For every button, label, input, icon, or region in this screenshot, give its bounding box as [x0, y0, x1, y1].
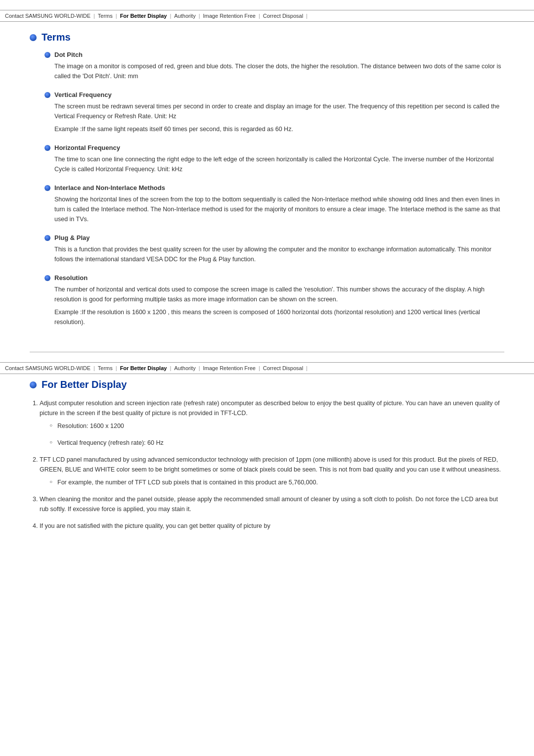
dot-pitch-title: Dot Pitch: [54, 51, 83, 58]
top-nav-bar: Contact SAMSUNG WORLD-WIDE | Terms | For…: [0, 10, 534, 22]
nav2-authority[interactable]: Authority: [174, 365, 195, 371]
term-dot-pitch: Dot Pitch The image on a monitor is comp…: [30, 51, 504, 81]
sep2-6: |: [306, 365, 308, 371]
list-item: Adjust computer resolution and screen in…: [40, 398, 504, 448]
terms-section: Terms Dot Pitch The image on a monitor i…: [0, 22, 534, 342]
nav-contact[interactable]: Contact SAMSUNG WORLD-WIDE: [5, 13, 90, 19]
sep4: |: [199, 13, 200, 19]
nav-retention[interactable]: Image Retention Free: [203, 13, 256, 19]
nav-better[interactable]: For Better Display: [120, 13, 167, 19]
resolution-content: The number of horizontal and vertical do…: [44, 284, 504, 327]
horizontal-freq-title: Horizontal Frequency: [54, 144, 120, 151]
nav-disposal[interactable]: Correct Disposal: [263, 13, 303, 19]
interlace-content: Showing the horizontal lines of the scre…: [44, 194, 504, 224]
sep3: |: [170, 13, 171, 19]
item2-text: TFT LCD panel manufactured by using adva…: [40, 456, 501, 473]
vertical-freq-title: Vertical Frequency: [54, 91, 112, 98]
horizontal-freq-title-row: Horizontal Frequency: [44, 144, 504, 151]
for-better-list: Adjust computer resolution and screen in…: [30, 398, 504, 531]
horizontal-freq-content: The time to scan one line connecting the…: [44, 154, 504, 174]
interlace-title: Interlace and Non-Interlace Methods: [54, 184, 165, 191]
vertical-freq-icon: [44, 92, 50, 98]
for-better-dot-icon: [30, 381, 37, 388]
terms-dot-icon: [30, 34, 37, 41]
term-interlace: Interlace and Non-Interlace Methods Show…: [30, 184, 504, 224]
for-better-title-row: For Better Display: [30, 379, 504, 390]
item3-text: When cleaning the monitor and the panel …: [40, 496, 498, 513]
sep5: |: [259, 13, 260, 19]
sep1: |: [93, 13, 95, 19]
sep2-5: |: [259, 365, 260, 371]
term-vertical-freq: Vertical Frequency The screen must be re…: [30, 91, 504, 134]
term-horizontal-freq: Horizontal Frequency The time to scan on…: [30, 144, 504, 174]
vertical-freq-content: The screen must be redrawn several times…: [44, 101, 504, 134]
nav2-retention[interactable]: Image Retention Free: [203, 365, 256, 371]
middle-divider: [30, 352, 504, 352]
plug-play-title: Plug & Play: [54, 234, 90, 241]
resolution-title-row: Resolution: [44, 274, 504, 282]
list-item: Resolution: 1600 x 1200: [49, 421, 504, 431]
nav2-terms[interactable]: Terms: [98, 365, 113, 371]
dot-pitch-title-row: Dot Pitch: [44, 51, 504, 58]
plug-play-icon: [44, 235, 50, 241]
list-item: Vertical frequency (refresh rate): 60 Hz: [49, 438, 504, 448]
vertical-freq-title-row: Vertical Frequency: [44, 91, 504, 98]
interlace-title-row: Interlace and Non-Interlace Methods: [44, 184, 504, 191]
sub-item-text: Resolution: 1600 x 1200: [57, 423, 124, 429]
list-item: TFT LCD panel manufactured by using adva…: [40, 455, 504, 487]
nav2-disposal[interactable]: Correct Disposal: [263, 365, 303, 371]
sep2-3: |: [170, 365, 171, 371]
dot-pitch-icon: [44, 52, 50, 58]
item1-sublist: Resolution: 1600 x 1200 Vertical frequen…: [40, 421, 504, 448]
middle-nav-bar: Contact SAMSUNG WORLD-WIDE | Terms | For…: [0, 362, 534, 374]
sep6: |: [306, 13, 308, 19]
sub-item-text: For example, the number of TFT LCD sub p…: [57, 479, 318, 486]
resolution-icon: [44, 275, 50, 281]
item2-sublist: For example, the number of TFT LCD sub p…: [40, 477, 504, 487]
plug-play-title-row: Plug & Play: [44, 234, 504, 241]
dot-pitch-content: The image on a monitor is composed of re…: [44, 61, 504, 81]
item1-text: Adjust computer resolution and screen in…: [40, 400, 499, 417]
list-item: If you are not satisfied with the pictur…: [40, 521, 504, 531]
nav2-contact[interactable]: Contact SAMSUNG WORLD-WIDE: [5, 365, 90, 371]
nav2-better[interactable]: For Better Display: [120, 365, 167, 371]
term-plug-play: Plug & Play This is a function that prov…: [30, 234, 504, 264]
horizontal-freq-icon: [44, 145, 50, 151]
list-item: For example, the number of TFT LCD sub p…: [49, 477, 504, 487]
item4-text: If you are not satisfied with the pictur…: [40, 522, 270, 529]
sub-item-text: Vertical frequency (refresh rate): 60 Hz: [57, 439, 164, 446]
sep2-1: |: [93, 365, 95, 371]
resolution-title: Resolution: [54, 274, 88, 282]
sep2: |: [116, 13, 117, 19]
nav-authority[interactable]: Authority: [174, 13, 195, 19]
for-better-section: For Better Display Adjust computer resol…: [0, 374, 534, 548]
sep2-2: |: [116, 365, 117, 371]
plug-play-content: This is a function that provides the bes…: [44, 244, 504, 264]
nav-terms[interactable]: Terms: [98, 13, 113, 19]
for-better-heading: For Better Display: [42, 379, 127, 390]
terms-heading: Terms: [42, 32, 71, 43]
list-item: When cleaning the monitor and the panel …: [40, 494, 504, 514]
interlace-icon: [44, 185, 50, 191]
term-resolution: Resolution The number of horizontal and …: [30, 274, 504, 327]
sep2-4: |: [199, 365, 200, 371]
terms-title-row: Terms: [30, 32, 504, 43]
